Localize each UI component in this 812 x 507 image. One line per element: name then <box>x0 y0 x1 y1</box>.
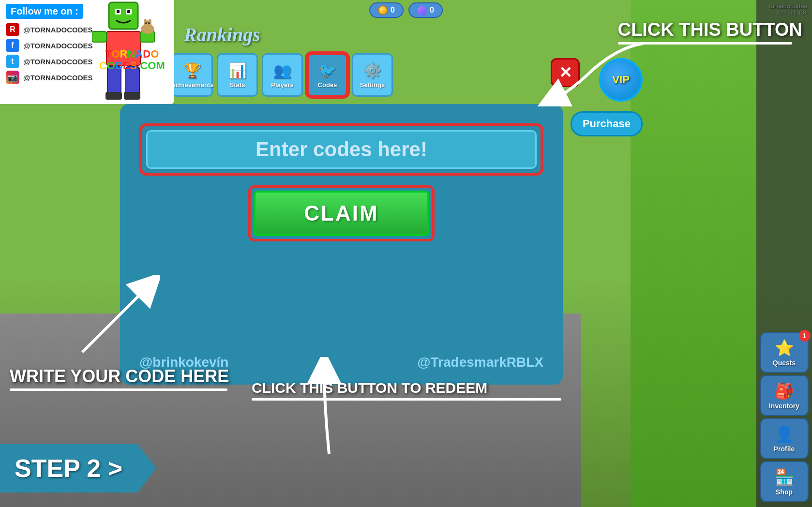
purchase-label: Purchase <box>583 118 631 130</box>
coin-icon <box>378 5 388 15</box>
logo-com: COM <box>140 60 165 72</box>
tab-stats[interactable]: 📊 Stats <box>217 53 258 97</box>
annotation-write-underline <box>10 388 227 391</box>
logo-o3: O <box>107 60 115 72</box>
logo-t: T <box>105 48 111 60</box>
logo-o2: O <box>150 48 159 60</box>
stats-icon: 📊 <box>228 62 246 79</box>
logo-o: O <box>111 48 120 60</box>
annotation-redeem-text: CLICK THIS BUTTON TO REDEEM <box>252 380 561 396</box>
tab-players[interactable]: 👥 Players <box>262 53 303 97</box>
svg-point-20 <box>148 22 150 24</box>
arrow-top-right <box>517 39 652 106</box>
gem-count: 0 <box>430 6 434 15</box>
arrow-claim <box>300 357 358 463</box>
shop-label: Shop <box>776 488 793 496</box>
quests-label: Quests <box>773 359 796 367</box>
annotation-write-code: WRITE YOUR CODE HERE <box>10 366 229 391</box>
twitter-icon: t <box>6 55 19 68</box>
logo-s: S <box>130 60 137 72</box>
profile-label: Profile <box>774 445 795 453</box>
settings-label: Settings <box>360 81 385 89</box>
quests-badge: 1 <box>799 330 811 342</box>
codes-label: Codes <box>318 81 337 89</box>
step-text: STEP 2 > <box>15 454 122 482</box>
sidebar-btn-quests[interactable]: 1 ⭐ Quests <box>760 332 809 373</box>
sidebar-btn-profile[interactable]: 👤 Profile <box>760 418 809 459</box>
claim-button-wrapper: CLAIM <box>248 185 434 241</box>
svg-rect-14 <box>124 92 140 100</box>
gem-icon <box>417 5 427 15</box>
logo-c: C <box>99 60 107 72</box>
rankings-title: Rankings <box>184 23 260 46</box>
tab-bar: 🏆 Achievements 📊 Stats 👥 Players 🐦 Codes… <box>172 53 393 97</box>
shop-icon: 🏪 <box>775 468 794 486</box>
players-icon: 👥 <box>273 62 291 79</box>
tab-settings[interactable]: ⚙️ Settings <box>352 53 393 97</box>
svg-rect-9 <box>92 31 106 42</box>
tab-codes[interactable]: 🐦 Codes <box>307 53 348 97</box>
annotation-write-text: WRITE YOUR CODE HERE <box>10 366 229 387</box>
annotation-redeem-underline <box>252 398 561 401</box>
achievements-label: Achievements <box>171 81 213 89</box>
stats-label: Stats <box>230 81 245 89</box>
logo-d: D <box>143 48 150 60</box>
tab-achievements[interactable]: 🏆 Achievements <box>172 53 213 97</box>
arrow-left <box>63 275 160 362</box>
annotation-click-text: CLICK THIS BUTTON <box>618 19 802 40</box>
right-sidebar: 1 ⭐ Quests 🎒 Inventory 👤 Profile 🏪 Shop <box>756 0 812 507</box>
svg-rect-7 <box>127 10 130 13</box>
svg-rect-13 <box>105 92 122 100</box>
settings-icon: ⚙️ <box>363 62 381 79</box>
codes-panel: CLAIM @brinkokevín @TradesmarkRBLX <box>120 104 563 385</box>
svg-rect-6 <box>117 10 120 13</box>
instagram-icon: 📷 <box>6 71 19 84</box>
facebook-icon: f <box>6 39 19 52</box>
annotation-redeem: CLICK THIS BUTTON TO REDEEM <box>252 380 561 401</box>
follow-header: Follow me on : <box>6 4 83 19</box>
logo-a: A <box>135 48 143 60</box>
roblox-handle: @TORNADOCODES <box>23 26 93 34</box>
twitter-handle: @TORNADOCODES <box>23 58 93 66</box>
tornado-logo: TORNADO CODES.COM <box>99 48 165 72</box>
inventory-label: Inventory <box>769 402 799 410</box>
purchase-button[interactable]: Purchase <box>571 111 643 136</box>
step-banner: STEP 2 > <box>0 444 156 492</box>
currency-display: 0 0 <box>369 2 443 18</box>
profile-icon: 👤 <box>775 425 794 443</box>
claim-button[interactable]: CLAIM <box>254 191 429 236</box>
instagram-handle: @TORNADOCODES <box>23 74 93 82</box>
svg-point-19 <box>145 22 147 24</box>
coin-count: 0 <box>391 6 395 15</box>
logo-r: R <box>120 48 128 60</box>
sidebar-btn-inventory[interactable]: 🎒 Inventory <box>760 375 809 416</box>
codes-icon: 🐦 <box>318 62 336 79</box>
gems-badge: 0 <box>408 2 443 18</box>
sidebar-btn-shop[interactable]: 🏪 Shop <box>760 461 809 502</box>
roblox-icon: R <box>6 23 19 36</box>
code-input-wrapper <box>139 123 543 176</box>
logo-e: E <box>123 60 130 72</box>
logo-n: N <box>128 48 135 60</box>
achievements-icon: 🏆 <box>183 62 201 79</box>
logo-d: D <box>115 60 123 72</box>
code-input[interactable] <box>146 130 537 169</box>
inventory-icon: 🎒 <box>775 382 794 400</box>
players-label: Players <box>271 81 293 89</box>
svg-rect-3 <box>109 2 138 29</box>
coins-badge: 0 <box>369 2 404 18</box>
claim-label: CLAIM <box>304 201 378 225</box>
quests-icon: ⭐ <box>775 339 794 357</box>
credit-2: @TradesmarkRBLX <box>417 355 543 370</box>
facebook-handle: @TORNADOCODES <box>23 42 93 50</box>
